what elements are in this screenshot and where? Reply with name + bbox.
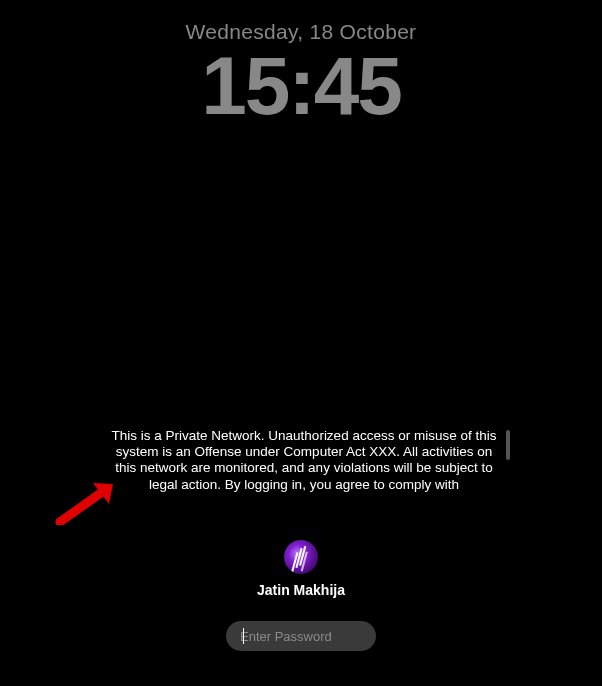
- annotation-arrow-icon: [55, 480, 125, 525]
- policy-message-text: This is a Private Network. Unauthorized …: [110, 428, 498, 493]
- text-cursor: [243, 628, 244, 644]
- user-avatar[interactable]: [284, 540, 318, 574]
- lock-screen-time: 15:45: [0, 39, 602, 133]
- policy-message-container: This is a Private Network. Unauthorized …: [110, 428, 510, 493]
- username-label: Jatin Makhija: [0, 582, 602, 598]
- password-input[interactable]: [226, 621, 376, 651]
- policy-scrollbar[interactable]: [506, 430, 510, 460]
